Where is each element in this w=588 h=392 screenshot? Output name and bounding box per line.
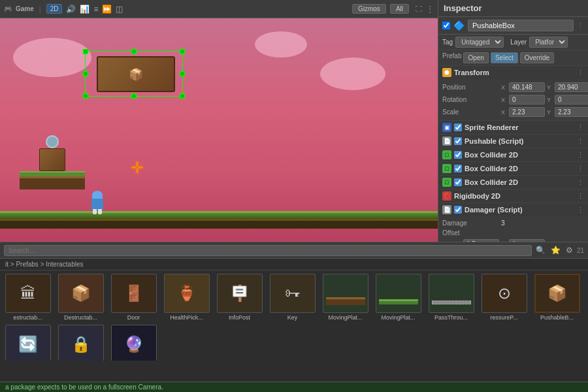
- box-collider-3-header[interactable]: □ Box Collider 2D ⋮: [438, 176, 588, 189]
- sprite-renderer-header[interactable]: ▣ Sprite Renderer ⋮: [438, 121, 588, 134]
- list-item[interactable]: MovingPlat...: [374, 274, 423, 321]
- all-btn[interactable]: All: [390, 4, 409, 14]
- game-tab-label[interactable]: Game: [16, 5, 34, 12]
- options-icon[interactable]: ⋮: [426, 5, 434, 14]
- handle-bl[interactable]: [83, 93, 88, 99]
- asset-thumb: 📦: [58, 274, 104, 313]
- 2d-mode-btn[interactable]: 2D: [46, 4, 63, 14]
- list-item[interactable]: 📦 PushableB...: [532, 274, 581, 321]
- transform-header[interactable]: ⬟ Transform ⋮: [438, 66, 588, 79]
- display-icon[interactable]: ◫: [116, 5, 123, 14]
- stats-icon[interactable]: 📊: [80, 5, 90, 14]
- pos-x-axis: X: [501, 84, 508, 91]
- layer-select[interactable]: Platfor: [529, 37, 568, 48]
- bookmark-btn[interactable]: ⭐: [549, 244, 562, 256]
- passthrough-icon: [432, 301, 471, 304]
- list-item[interactable]: 📦 Destructab...: [56, 274, 105, 321]
- rot-y-input[interactable]: [555, 95, 588, 105]
- handle-tl[interactable]: [83, 49, 88, 54]
- pos-x-input[interactable]: [509, 82, 545, 92]
- select-btn[interactable]: Select: [491, 52, 518, 63]
- audio-icon[interactable]: 🔊: [66, 5, 76, 14]
- box-collider-1-header[interactable]: □ Box Collider 2D ⋮: [438, 148, 588, 161]
- handle-br[interactable]: [180, 93, 185, 99]
- box-collider-2-header[interactable]: □ Box Collider 2D ⋮: [438, 162, 588, 175]
- collider2-check[interactable]: [454, 165, 462, 172]
- object-options-icon[interactable]: ⋮: [577, 22, 584, 30]
- handle-tm[interactable]: [131, 49, 137, 54]
- inspector-panel: Inspector 🔷 ⋮ Tag Untagged Layer Platfor: [438, 0, 588, 242]
- collider2-options[interactable]: ⋮: [577, 165, 584, 173]
- sprite-icon: ▣: [442, 123, 451, 132]
- sprite-options[interactable]: ⋮: [577, 123, 584, 132]
- asset-label: estructab...: [13, 314, 42, 321]
- rotation-label: Rotation: [442, 96, 501, 103]
- char-head: [92, 191, 103, 199]
- open-btn[interactable]: Open: [463, 52, 488, 63]
- transform-component: ⬟ Transform ⋮ Position X: [438, 66, 588, 121]
- rigidbody-options[interactable]: ⋮: [577, 192, 584, 201]
- sprite-check[interactable]: [454, 123, 462, 131]
- collider1-options[interactable]: ⋮: [577, 151, 584, 159]
- game-panel: 🎮 Game | 2D 🔊 📊 ≡ ⏩ ◫ Gizmos All ⛶ ⋮: [0, 0, 438, 242]
- asset-label: ressureP...: [490, 314, 517, 321]
- handle-tr[interactable]: [180, 49, 185, 54]
- asset-label: MovingPlat...: [381, 314, 415, 321]
- settings-btn[interactable]: ⚙: [564, 244, 574, 256]
- pos-y-input[interactable]: [555, 82, 588, 92]
- rigidbody-header[interactable]: ⭕ Rigidbody 2D ⋮: [438, 189, 588, 203]
- collider1-check[interactable]: [454, 151, 462, 159]
- char-leg-r: [98, 209, 102, 214]
- collider3-check[interactable]: [454, 178, 462, 186]
- layers-icon[interactable]: ≡: [93, 5, 98, 14]
- search-button[interactable]: 🔍: [534, 244, 547, 256]
- pushable-options[interactable]: ⋮: [577, 137, 584, 146]
- list-item[interactable]: 🗝 Key: [268, 274, 317, 321]
- tag-select[interactable]: Untagged: [455, 37, 504, 48]
- handle-bm[interactable]: [131, 93, 137, 99]
- rigidbody-icon: ⭕: [442, 191, 451, 201]
- search-input[interactable]: [4, 245, 532, 256]
- play-speed-icon[interactable]: ⏩: [102, 5, 112, 14]
- list-item[interactable]: 🪧 InfoPost: [215, 274, 264, 321]
- maximize-icon[interactable]: ⛶: [416, 5, 422, 12]
- list-item[interactable]: PassThrou...: [427, 274, 476, 321]
- gizmos-btn[interactable]: Gizmos: [352, 4, 386, 14]
- list-item[interactable]: ⊙ ressureP...: [480, 274, 529, 321]
- asset-thumb: [376, 274, 421, 313]
- damage-row: Damage 3: [442, 218, 584, 228]
- offset-row: Offset: [442, 228, 584, 238]
- object-name-input[interactable]: [468, 20, 574, 31]
- chest-icon: 🏺: [177, 284, 197, 302]
- asset-thumb: 🚪: [111, 274, 157, 313]
- list-item[interactable]: 🏺 HealthPick...: [162, 274, 211, 321]
- list-item[interactable]: 🔄 ReusableS...: [3, 325, 52, 361]
- handle-rm[interactable]: [180, 71, 185, 76]
- object-active-checkbox[interactable]: [442, 22, 450, 29]
- damage-value: 3: [501, 220, 505, 227]
- list-item[interactable]: 🔒 SingleUse...: [56, 325, 105, 361]
- override-btn[interactable]: Override: [520, 52, 554, 63]
- pushable-icon: 📦: [547, 284, 567, 302]
- position-row: Position X Y: [442, 81, 584, 93]
- list-item[interactable]: 🚪 Door: [109, 274, 158, 321]
- list-item[interactable]: MovingPlat...: [321, 274, 370, 321]
- asset-label: MovingPlat...: [328, 314, 362, 321]
- list-item[interactable]: 🔮 Teleporter: [109, 325, 158, 361]
- pushable-check[interactable]: [454, 137, 462, 145]
- scale-y-input[interactable]: [555, 107, 588, 117]
- damager-options[interactable]: ⋮: [577, 206, 584, 214]
- scale-x-input[interactable]: [509, 107, 545, 117]
- rot-x-input[interactable]: [509, 95, 545, 105]
- handle-lm[interactable]: [83, 71, 88, 76]
- position-label: Position: [442, 84, 501, 91]
- cloud-3: [255, 31, 307, 57]
- list-item[interactable]: 🏛 estructab...: [3, 274, 52, 321]
- collider3-options[interactable]: ⋮: [577, 178, 584, 187]
- rot-x-group: X: [501, 95, 545, 105]
- transform-title: Transform: [454, 69, 574, 76]
- damager-check[interactable]: [454, 206, 462, 214]
- pushable-header[interactable]: 📄 Pushable (Script) ⋮: [438, 135, 588, 148]
- transform-options[interactable]: ⋮: [577, 69, 584, 77]
- damager-header[interactable]: 📄 Damager (Script) ⋮: [438, 203, 588, 216]
